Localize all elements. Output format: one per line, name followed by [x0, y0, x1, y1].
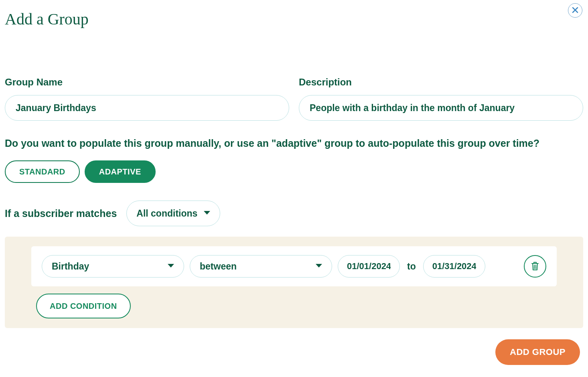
description-label: Description: [299, 77, 583, 88]
standard-toggle-button[interactable]: STANDARD: [5, 160, 80, 183]
condition-operator-select[interactable]: between: [190, 255, 332, 278]
group-name-label: Group Name: [5, 77, 289, 88]
match-prefix-label: If a subscriber matches: [5, 208, 117, 219]
date-to-input[interactable]: [423, 255, 485, 278]
description-field: Description: [299, 77, 583, 121]
match-mode-select[interactable]: All conditions: [126, 201, 220, 226]
group-type-toggle: STANDARD ADAPTIVE: [5, 160, 583, 183]
condition-row: Birthday between to: [31, 246, 557, 286]
footer: ADD GROUP: [5, 339, 583, 365]
form-row: Group Name Description: [5, 77, 583, 121]
close-button[interactable]: [568, 3, 582, 18]
adaptive-toggle-button[interactable]: ADAPTIVE: [85, 160, 156, 183]
close-icon: [572, 7, 578, 14]
group-name-field: Group Name: [5, 77, 289, 121]
add-group-button[interactable]: ADD GROUP: [495, 339, 580, 365]
date-joiner-label: to: [406, 261, 418, 272]
match-row: If a subscriber matches All conditions: [5, 201, 583, 226]
populate-question: Do you want to populate this group manua…: [5, 138, 583, 149]
date-from-input[interactable]: [338, 255, 400, 278]
conditions-panel: Birthday between to ADD CONDITION: [5, 237, 583, 328]
page-title: Add a Group: [5, 10, 583, 28]
trash-icon: [531, 261, 539, 272]
condition-field-value: Birthday: [42, 255, 184, 278]
delete-condition-button[interactable]: [524, 255, 546, 278]
description-input[interactable]: [299, 95, 583, 121]
add-condition-button[interactable]: ADD CONDITION: [36, 294, 131, 318]
condition-operator-value: between: [190, 255, 332, 278]
group-name-input[interactable]: [5, 95, 289, 121]
condition-field-select[interactable]: Birthday: [42, 255, 184, 278]
match-mode-value: All conditions: [126, 201, 220, 226]
